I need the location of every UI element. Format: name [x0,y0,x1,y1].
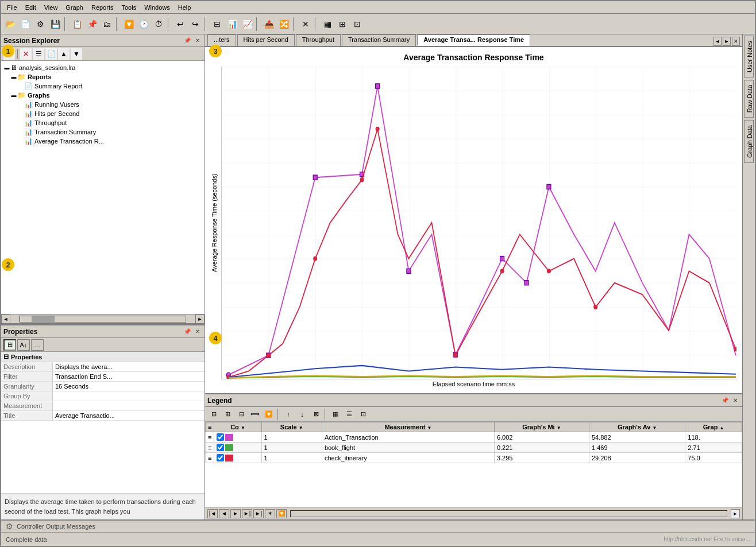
legend-tb-9[interactable]: ▦ [329,409,342,420]
legend-tb-2[interactable]: ⊞ [221,409,234,420]
tb-bar[interactable]: 📈 [240,17,254,31]
tb-new[interactable]: 📄 [18,17,32,31]
menu-reports[interactable]: Reports [88,3,117,12]
props-group-expander[interactable]: ⊟ [3,353,9,360]
tb-copy[interactable]: 📋 [70,17,84,31]
tab-vusers[interactable]: ...ters [207,34,236,46]
tree-reports-folder[interactable]: ▬ 📁 Reports [3,72,202,82]
tb-undo[interactable]: ↩ [173,17,187,31]
tb-export[interactable]: 📤 [262,17,276,31]
legend-tb-4[interactable]: ⟺ [249,409,261,420]
legend-hscroll[interactable] [290,510,727,517]
tb-paste[interactable]: 📌 [85,17,99,31]
sidebar-tab-graph-data[interactable]: Graph Data [744,120,754,163]
tree-throughput[interactable]: 📊 Throughput [3,118,202,127]
tb-redo[interactable]: ↪ [188,17,202,31]
legend-check-1[interactable] [217,444,224,451]
tree-avg-transaction[interactable]: 📊 Average Transaction R... [3,137,202,146]
legend-col-measurement[interactable]: Measurement ▼ [322,422,494,432]
session-explorer-hscroll[interactable]: ◄ ► [1,314,205,323]
legend-cell-color-0[interactable] [214,432,261,443]
tab-hits[interactable]: Hits per Second [237,34,295,46]
legend-col-scale[interactable]: Scale ▼ [261,422,322,432]
tb-resize[interactable]: ⊡ [350,17,364,31]
properties-pin-icon[interactable]: 📌 [183,327,192,336]
tab-transaction-summary[interactable]: Transaction Summary [342,34,416,46]
tree-transaction-summary[interactable]: 📊 Transaction Summary [3,127,202,137]
tab-throughput[interactable]: Throughput [296,34,341,46]
legend-col-color[interactable]: Co ▼ [214,422,261,432]
properties-close-icon[interactable]: ✕ [193,327,202,336]
tree-graphs-folder[interactable]: ▬ 📁 Graphs [3,91,202,100]
legend-col-resize[interactable]: ≡ [206,422,214,432]
legend-tb-7[interactable]: ↓ [296,409,308,420]
sidebar-tab-raw-data[interactable]: Raw Data [744,80,754,118]
legend-col-graphmin[interactable]: Graph's Mi ▼ [494,422,589,432]
menu-help[interactable]: Help [175,3,195,12]
tb-clock[interactable]: 🕐 [137,17,151,31]
tb-layout[interactable]: ⊞ [335,17,349,31]
tree-root[interactable]: ▬ 🖥 analysis_session.lra [3,63,202,72]
tab-close[interactable]: ✕ [732,37,740,46]
tb-clock2[interactable]: ⏱ [152,17,165,31]
tree-expander-reports[interactable]: ▬ [10,74,17,80]
menu-graph[interactable]: Graph [62,3,87,12]
legend-filter-btn[interactable]: 🔽 [276,509,287,518]
legend-check-0[interactable] [217,433,224,441]
tb-grid[interactable]: ▦ [321,17,334,31]
props-sort-btn[interactable]: A↓ [17,339,30,351]
tb-save[interactable]: 💾 [48,17,62,31]
tab-nav-next[interactable]: ► [723,37,731,46]
legend-tb-8[interactable]: ⊠ [310,409,322,420]
legend-tb-6[interactable]: ↑ [282,409,295,420]
props-extra-btn[interactable]: … [31,339,44,351]
legend-col-graphavg[interactable]: Graph's Av ▼ [589,422,685,432]
tree-hits-per-second[interactable]: 📊 Hits per Second [3,109,202,118]
menu-windows[interactable]: Windows [141,3,173,12]
legend-col-graphmax[interactable]: Grap ▲ [685,422,742,432]
tb-merge[interactable]: 🔀 [277,17,291,31]
menu-edit[interactable]: Edit [22,3,40,12]
legend-prev-btn[interactable]: ◄ [219,509,229,518]
menu-view[interactable]: View [41,3,61,12]
props-categories-btn[interactable]: ⊞ [3,339,16,351]
tree-running-vusers[interactable]: 📊 Running Vusers [3,100,202,109]
tb-filter2[interactable]: ⊟ [210,17,224,31]
menu-tools[interactable]: Tools [118,3,140,12]
tab-nav-prev[interactable]: ◄ [713,37,722,46]
tree-summary-report[interactable]: 📄 Summary Report [3,82,202,91]
scroll-right-arrow[interactable]: ► [195,315,205,324]
se-delete-btn[interactable]: ✕ [20,48,32,60]
legend-first-btn[interactable]: |◄ [207,509,218,518]
legend-cell-color-1[interactable] [214,443,261,453]
tb-chart[interactable]: 📊 [225,17,239,31]
legend-last-btn[interactable]: ►| [253,509,264,518]
sidebar-tab-user-notes[interactable]: User Notes [744,36,754,77]
se-list-btn[interactable]: ☰ [33,48,44,60]
legend-scroll-right[interactable]: ► [731,509,740,518]
menu-file[interactable]: File [3,3,21,12]
legend-cell-color-2[interactable] [214,453,261,463]
scroll-left-arrow[interactable]: ◄ [1,315,10,324]
tab-avg-response[interactable]: Average Transa... Response Time [417,34,530,46]
legend-star-btn[interactable]: ✶ [265,509,275,518]
tb-something[interactable]: 🗂 [100,17,114,31]
tb-cross[interactable]: ✕ [299,17,313,31]
se-copy-btn[interactable]: 📄 [45,48,57,60]
se-down-btn[interactable]: ▼ [71,48,82,60]
close-icon[interactable]: ✕ [193,36,202,45]
legend-check-2[interactable] [217,454,224,461]
tb-open[interactable]: 📂 [3,17,17,31]
legend-next-btn[interactable]: ►| [242,509,252,518]
legend-pin-icon[interactable]: 📌 [720,396,730,405]
tree-expander-root[interactable]: ▬ [3,65,10,71]
legend-tb-3[interactable]: ⊟ [235,409,248,420]
tb-settings[interactable]: ⚙ [33,17,47,31]
legend-tb-10[interactable]: ☰ [343,409,356,420]
legend-tb-1[interactable]: ⊟ [207,409,220,420]
legend-close-icon[interactable]: ✕ [731,396,740,405]
scroll-thumb[interactable] [32,316,55,322]
pin-icon[interactable]: 📌 [183,36,192,45]
se-up-btn[interactable]: ▲ [58,48,70,60]
legend-play-btn[interactable]: ► [230,509,241,518]
